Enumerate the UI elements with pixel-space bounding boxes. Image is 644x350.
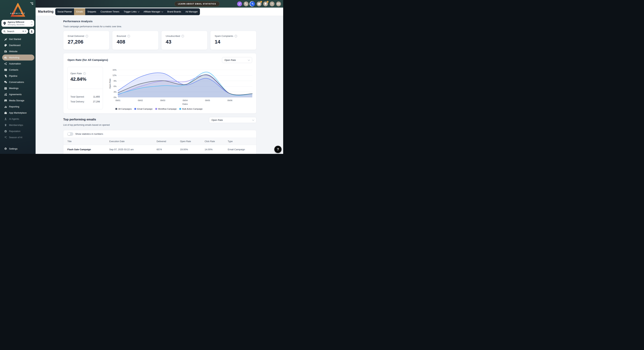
- sidebar-item-automation[interactable]: Automation: [2, 61, 34, 67]
- stat-card-spam-complaints: Spam Complaintsi14: [210, 31, 256, 50]
- svg-text:12%: 12%: [112, 74, 116, 76]
- top-emails-table-card: Show statistics in numbers TitleExecutio…: [63, 130, 256, 154]
- sidebar-item-agreements[interactable]: $Agreements: [2, 92, 34, 97]
- sidebar-item-season-of-ai[interactable]: Season of AI: [2, 134, 34, 140]
- svg-text:Open Rate: Open Rate: [109, 78, 111, 89]
- legend-all-campaigns[interactable]: All Campaigns: [116, 108, 132, 110]
- sidebar-item-pipeline[interactable]: $Pipeline: [2, 73, 34, 79]
- smiley-icon: [4, 130, 7, 133]
- stat-label: Spam Complaints: [215, 35, 233, 38]
- agency-location: Winnipeg, Manitoba: [8, 24, 24, 26]
- tab-affiliate-manager[interactable]: Affiliate Manager: [142, 8, 165, 15]
- sidebar-item-contacts[interactable]: Contacts: [2, 67, 34, 73]
- bar-chart-icon: [4, 105, 7, 108]
- phone-icon: [245, 2, 248, 5]
- translate-icon-button[interactable]: [237, 2, 242, 6]
- info-icon[interactable]: i: [86, 35, 88, 38]
- tab-social-planner[interactable]: Social Planner: [55, 8, 74, 15]
- tab-ad-manager[interactable]: Ad Manager: [183, 8, 200, 15]
- column-open-rate: Open Rate: [176, 138, 201, 145]
- brand-name: AGENCYKIT: [10, 12, 26, 14]
- brand-logo: AGENCYKIT: [9, 3, 26, 18]
- sidebar-item-reporting[interactable]: Reporting: [2, 104, 34, 110]
- table-row[interactable]: Flash Sale CampaignSep 07, 2025 03:22 am…: [64, 145, 256, 154]
- briefcase-icon: [4, 112, 7, 114]
- column-type: Type: [224, 138, 256, 145]
- performance-analysis-subtitle: Track campaign performance trends for a …: [63, 25, 256, 28]
- sidebar-item-app-marketplace[interactable]: App Marketplace: [2, 110, 34, 116]
- bell-icon-button[interactable]: [263, 2, 268, 6]
- svg-text:09/05: 09/05: [205, 99, 210, 102]
- open-rate-chart: 0%3%6%9%12%15%09/0109/0209/0309/0409/050…: [108, 67, 253, 106]
- svg-text:09/06: 09/06: [227, 99, 232, 102]
- sidebar-item-dashboard[interactable]: Dashboard: [2, 42, 34, 48]
- info-icon[interactable]: i: [182, 35, 184, 38]
- search-input-wrap[interactable]: ⌘ K: [2, 29, 28, 34]
- sidebar-item-meetings[interactable]: Meetings: [2, 85, 34, 91]
- legend-bulk-action-campaign[interactable]: Bulk Action Campaign: [179, 108, 203, 110]
- sidebar-item-marketing[interactable]: Marketing: [2, 54, 34, 60]
- award-icon: [4, 124, 7, 126]
- svg-text:$: $: [6, 94, 6, 96]
- stat-value: 408: [117, 39, 154, 45]
- agency-switcher[interactable]: Agency Different Winnipeg, Manitoba: [2, 20, 34, 27]
- sidebar-item-ai-agents[interactable]: AI Agents: [2, 116, 34, 122]
- megaphone-icon-button[interactable]: [256, 2, 262, 6]
- legend-swatch: [155, 108, 157, 110]
- sidebar-item-reputation[interactable]: Reputation: [2, 128, 34, 134]
- info-icon[interactable]: i: [234, 35, 237, 38]
- legend-email-campaign[interactable]: Email Campaign: [134, 108, 152, 110]
- sidebar-item-settings[interactable]: Settings: [2, 146, 34, 152]
- legend-swatch: [134, 108, 136, 110]
- help-icon-button[interactable]: ?: [270, 2, 274, 6]
- phone-icon-button[interactable]: [244, 2, 248, 6]
- location-pin-check-icon: [3, 22, 6, 25]
- user-avatar[interactable]: AG: [276, 2, 281, 6]
- collapse-sidebar-icon[interactable]: [30, 2, 33, 5]
- tab-brand-boards[interactable]: Brand Boards: [165, 8, 183, 15]
- svg-text:09/02: 09/02: [138, 99, 143, 102]
- tab-emails[interactable]: Emails: [74, 8, 85, 15]
- address-card-icon: [4, 68, 7, 71]
- info-icon[interactable]: i: [83, 72, 86, 75]
- search-input[interactable]: [7, 30, 20, 33]
- sidebar-item-website[interactable]: Website: [2, 48, 34, 54]
- sidebar-item-conversations[interactable]: ?Conversations: [2, 79, 34, 85]
- svg-text:3%: 3%: [114, 91, 116, 93]
- ai-sparkle-icon-button[interactable]: [250, 2, 255, 6]
- sidebar-item-media-storage[interactable]: Media Storage: [2, 98, 34, 104]
- rocket-icon: [4, 38, 7, 41]
- notification-dot: [260, 1, 262, 3]
- tab-snippets[interactable]: Snippets: [85, 8, 98, 15]
- svg-text:9%: 9%: [114, 80, 116, 82]
- column-execution-date: Execution Date: [105, 138, 152, 145]
- stat-value: 27,206: [68, 39, 105, 45]
- top-emails-subtitle: List of top performing emails based on o…: [63, 124, 256, 126]
- performance-analysis-title: Performance Analysis: [63, 16, 256, 23]
- tab-trigger-links[interactable]: Trigger Links: [122, 8, 142, 15]
- show-statistics-toggle[interactable]: [67, 132, 73, 136]
- sidebar-item-memberships[interactable]: Memberships: [2, 122, 34, 128]
- stat-value: 14: [215, 39, 252, 45]
- top-emails-metric-dropdown[interactable]: Open Rate: [209, 117, 256, 123]
- person-icon: [30, 30, 33, 33]
- sidebar-item-get-started[interactable]: Get Started: [2, 36, 34, 42]
- user-profile-button[interactable]: [29, 29, 34, 34]
- svg-text:?: ?: [5, 81, 6, 82]
- legend-workflow-campaign[interactable]: Workflow Campaign: [155, 108, 177, 110]
- share-nodes-icon: [4, 62, 7, 65]
- help-button[interactable]: ?: [274, 146, 282, 153]
- stat-label: Bounced: [117, 35, 126, 38]
- metric-select-dropdown[interactable]: Open Rate: [222, 57, 252, 63]
- learn-about-email-statistics-button[interactable]: LEARN ABOUT EMAIL STATISTICS: [174, 1, 220, 6]
- stat-value: 43: [166, 39, 203, 45]
- sidebar: AGENCYKIT Agency Different Winnipeg, Man…: [0, 0, 36, 154]
- open-rate-value: 42.84%: [70, 76, 100, 82]
- page-header: Marketing Social PlannerEmailsSnippetsCo…: [36, 8, 283, 16]
- translate-icon: [238, 2, 241, 5]
- megaphone-icon: [258, 2, 260, 5]
- info-icon[interactable]: i: [128, 35, 130, 38]
- table-header: TitleExecution DateDeliveredOpen RateCli…: [64, 138, 256, 145]
- tab-countdown-timers[interactable]: Countdown Timers: [98, 8, 122, 15]
- svg-text:Dates: Dates: [182, 103, 188, 105]
